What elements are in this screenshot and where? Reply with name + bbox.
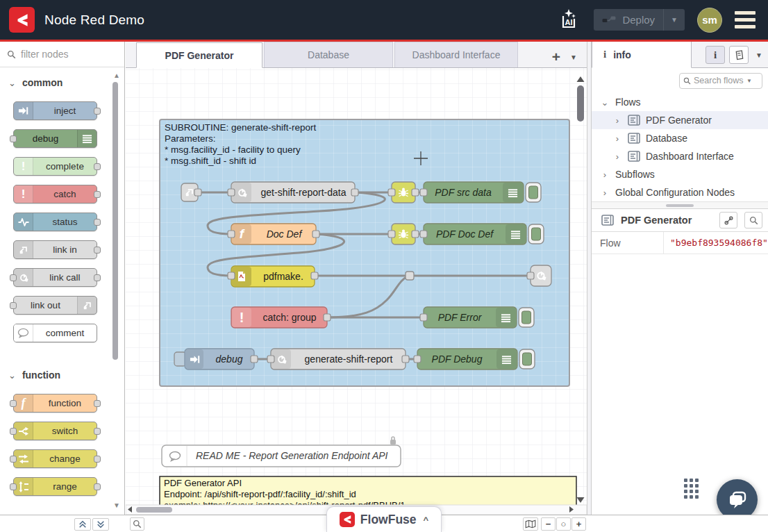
output-port[interactable] [94, 247, 101, 253]
sidebar-menu-caret-icon[interactable]: ▼ [756, 51, 762, 59]
wire-junction[interactable] [406, 272, 414, 280]
palette-node-comment[interactable]: comment [13, 324, 97, 342]
node-group-subroutine[interactable]: SUBROUTINE: generate-shift-report Parame… [160, 119, 569, 386]
output-port[interactable] [94, 483, 101, 490]
node-doc-def[interactable]: f Doc Def [231, 224, 316, 244]
add-flow-button[interactable]: + [552, 52, 560, 62]
user-avatar[interactable]: sm [697, 8, 722, 33]
zoom-reset-button[interactable]: ○ [556, 517, 571, 531]
debug-toggle-button[interactable] [519, 349, 535, 369]
output-port[interactable] [94, 274, 101, 281]
node-pdf-src-data[interactable]: PDF src data [424, 182, 541, 203]
exclamation-icon: ! [14, 185, 33, 203]
palette-node-function[interactable]: f function [13, 394, 97, 413]
deploy-button[interactable]: Deploy ▼ [594, 9, 685, 31]
tab-dashboard-interface[interactable]: Dashboard Interface [394, 42, 518, 67]
sidebar-splitter[interactable] [592, 201, 768, 209]
change-icon [14, 450, 33, 467]
output-port[interactable] [94, 400, 101, 407]
output-port[interactable] [94, 428, 101, 435]
node-pdf-debug[interactable]: PDF Debug [417, 349, 535, 369]
flows-search-input[interactable] [694, 76, 744, 85]
output-port[interactable] [94, 219, 101, 226]
input-port[interactable] [10, 456, 17, 463]
tree-item-flows[interactable]: ⌄ Flows [592, 93, 768, 111]
double-chevron-down-icon [97, 520, 105, 529]
chat-widget-button[interactable] [717, 479, 758, 515]
output-port[interactable] [94, 191, 101, 198]
node-pdf-doc-def[interactable]: PDF Doc Def [424, 224, 544, 244]
palette-node-status[interactable]: status [13, 213, 97, 231]
palette-node-inject[interactable]: inject [13, 101, 97, 120]
group-label-line: SUBROUTINE: generate-shift-report [165, 122, 317, 133]
palette-node-link-out[interactable]: link out [13, 296, 97, 315]
canvas-search-button[interactable] [130, 517, 144, 531]
palette-category-common[interactable]: ⌄ common [0, 67, 124, 92]
palette-node-switch[interactable]: switch [13, 422, 97, 440]
main-menu-icon[interactable] [735, 11, 756, 28]
tab-list-caret-icon[interactable]: ▼ [570, 53, 577, 61]
debug-toggle-button[interactable] [526, 183, 541, 202]
input-port[interactable] [10, 274, 17, 281]
flowfuse-logo-icon[interactable] [9, 7, 35, 33]
sidebar-resize-handle[interactable] [587, 42, 592, 515]
tab-pdf-generator[interactable]: PDF Generator [136, 42, 262, 68]
input-port[interactable] [10, 400, 17, 407]
chevron-right-icon: › [612, 115, 622, 126]
input-port[interactable] [10, 135, 17, 142]
palette-search[interactable] [0, 42, 124, 67]
input-port[interactable] [10, 483, 17, 490]
palette-category-function[interactable]: ⌄ function [0, 351, 124, 385]
help-book-button[interactable] [729, 46, 749, 64]
palette-node-change[interactable]: change [13, 449, 97, 468]
palette-expand-all-button[interactable] [92, 518, 109, 531]
ai-assistant-button[interactable]: AI [556, 8, 581, 33]
deploy-caret-icon[interactable]: ▼ [663, 9, 685, 31]
flow-id-value: "b9ebf893594086f8" [663, 232, 768, 253]
tree-item-pdf-generator[interactable]: › PDF Generator [592, 111, 768, 129]
palette-filter-input[interactable] [21, 49, 104, 60]
search-icon [749, 216, 758, 225]
node-catch-group[interactable]: ! catch: group [231, 307, 327, 328]
zoom-out-button[interactable]: − [541, 517, 556, 531]
node-get-shift-report-data[interactable]: get-shift-report-data [231, 182, 355, 203]
info-box-line: PDF Generator API [164, 478, 242, 488]
tree-item-database[interactable]: › Database [592, 129, 768, 147]
tree-item-subflows[interactable]: › Subflows [592, 165, 768, 183]
palette-node-link-call[interactable]: link call [13, 268, 97, 287]
palette-node-catch[interactable]: ! catch [13, 185, 97, 203]
navigator-button[interactable] [523, 517, 538, 531]
search-caret-icon[interactable]: ▼ [746, 78, 752, 84]
palette-scroll-up-icon[interactable]: ▲ [113, 72, 120, 79]
sidebar-tab-info[interactable]: i info [592, 42, 692, 68]
output-port[interactable] [94, 163, 101, 170]
tree-item-global-config[interactable]: › Global Configuration Nodes [592, 183, 768, 201]
debug-toggle-button[interactable] [519, 308, 534, 327]
deploy-label: Deploy [622, 14, 655, 26]
search-flow-button[interactable] [744, 212, 762, 228]
output-port[interactable] [94, 456, 101, 463]
input-port[interactable] [10, 302, 17, 309]
flowfuse-panel-button[interactable]: FlowFuse ^ [326, 506, 442, 532]
palette-scrollbar[interactable] [112, 82, 118, 360]
palette-node-range[interactable]: range [13, 477, 97, 496]
palette-node-link-in[interactable]: link in [13, 240, 97, 259]
tab-database[interactable]: Database [264, 42, 393, 67]
tree-item-dashboard-interface[interactable]: › Dashboard Interface [592, 147, 768, 165]
flows-search[interactable]: ▼ [679, 73, 762, 89]
flow-canvas[interactable]: SUBROUTINE: generate-shift-report Parame… [126, 68, 587, 515]
node-generate-shift-report[interactable]: generate-shift-report [271, 349, 406, 369]
palette-node-debug[interactable]: debug [13, 129, 97, 148]
output-port[interactable] [94, 108, 101, 115]
debug-toggle-button[interactable] [528, 224, 544, 244]
node-pdfmake[interactable]: pdfmake. [231, 266, 315, 287]
copy-link-button[interactable] [719, 212, 737, 228]
palette-node-complete[interactable]: ! complete [13, 157, 97, 176]
node-inject-debug[interactable]: debug [174, 349, 254, 369]
drag-handle-dots[interactable] [684, 479, 699, 499]
palette-collapse-all-button[interactable] [74, 518, 91, 531]
zoom-in-button[interactable]: + [571, 517, 586, 531]
input-port[interactable] [10, 428, 17, 435]
palette-scroll-down-icon[interactable]: ▼ [113, 501, 120, 509]
info-panel-button[interactable]: i [706, 46, 725, 64]
